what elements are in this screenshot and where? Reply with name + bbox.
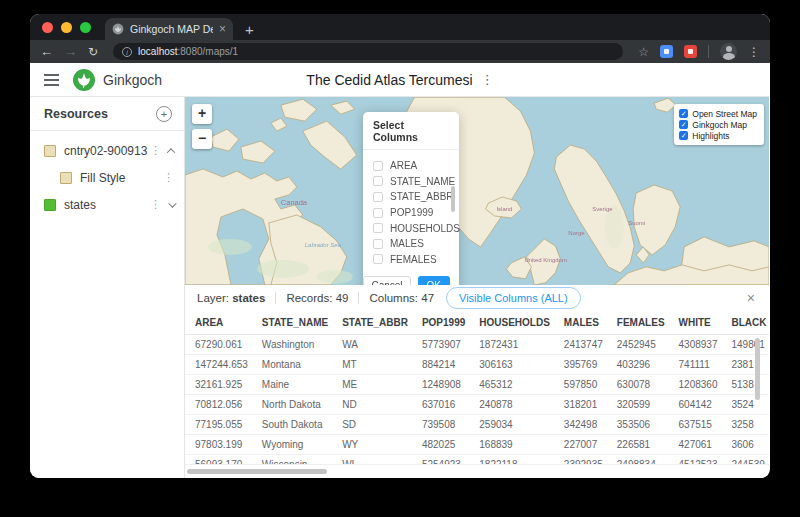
column-option-label: STATE_NAME (390, 176, 455, 187)
table-cell: 67290.061 (185, 334, 259, 354)
table-cell: 3606 (729, 434, 770, 454)
column-option[interactable]: STATE_ABBR (373, 189, 449, 205)
table-cell: 403296 (614, 354, 676, 374)
browser-window: Ginkgoch MAP Demo × + ← → ↻ i localhost:… (30, 14, 770, 478)
item-menu-icon[interactable]: ⋮ (150, 199, 161, 210)
app-body: Resources + cntry02-900913⋮Fill Style⋮st… (30, 97, 770, 478)
tab-close-icon[interactable]: × (219, 23, 226, 35)
window-zoom-button[interactable] (80, 22, 91, 33)
table-cell: 5254923 (419, 454, 476, 465)
table-cell: 597850 (561, 374, 614, 394)
browser-menu-icon[interactable]: ⋮ (748, 46, 760, 58)
checkbox-unchecked-icon[interactable] (373, 254, 383, 264)
column-option[interactable]: MALES (373, 236, 449, 252)
address-bar[interactable]: i localhost:8080/maps/1 (113, 43, 623, 60)
back-icon[interactable]: ← (40, 45, 53, 58)
layer-label: Highlights (692, 131, 729, 141)
extension-icon-blue[interactable] (660, 45, 673, 58)
map-canvas[interactable]: CanadaIslandNorgeSverigeSuomiUnited King… (185, 97, 769, 285)
horizontal-scrollbar[interactable] (187, 469, 755, 475)
table-cell: 318201 (561, 394, 614, 414)
table-scroll-area[interactable]: AREASTATE_NAMESTATE_ABBRPOP1999HOUSEHOLD… (185, 311, 769, 465)
chevron-up-icon[interactable] (167, 148, 175, 156)
table-cell: 2413747 (561, 334, 614, 354)
browser-tab-strip: Ginkgoch MAP Demo × + (30, 14, 770, 40)
extension-icon-red[interactable] (684, 45, 697, 58)
profile-avatar[interactable] (720, 43, 737, 60)
item-menu-icon[interactable]: ⋮ (163, 172, 174, 183)
checkbox-unchecked-icon[interactable] (373, 192, 383, 202)
site-info-icon[interactable]: i (122, 47, 132, 57)
checkbox-unchecked-icon[interactable] (373, 208, 383, 218)
reload-icon[interactable]: ↻ (88, 46, 98, 58)
checkbox-unchecked-icon[interactable] (373, 239, 383, 249)
table-cell: 3258 (729, 414, 770, 434)
new-tab-button[interactable]: + (245, 22, 254, 37)
hamburger-menu-icon[interactable] (44, 79, 59, 81)
checkbox-unchecked-icon[interactable] (373, 176, 383, 186)
zoom-out-button[interactable]: − (192, 129, 212, 149)
zoom-in-button[interactable]: + (192, 104, 212, 124)
layer-label: Open Street Map (692, 109, 757, 119)
map-label: Norge (568, 230, 585, 236)
ok-button[interactable]: OK (418, 276, 450, 285)
table-cell: SD (339, 414, 419, 434)
chevron-down-icon[interactable] (168, 199, 176, 207)
table-cell: 97803.199 (185, 434, 259, 454)
table-row[interactable]: 67290.061WashingtonWA5773907187243124137… (185, 334, 769, 354)
window-minimize-button[interactable] (61, 22, 72, 33)
column-option[interactable]: HOUSEHOLDS (373, 220, 449, 236)
browser-tab[interactable]: Ginkgoch MAP Demo × (105, 18, 233, 40)
bookmark-star-icon[interactable]: ☆ (638, 45, 649, 59)
map-label: Sverige (592, 206, 613, 212)
checkbox-checked-icon[interactable]: ✓ (679, 109, 688, 118)
horizontal-scrollbar-thumb[interactable] (187, 469, 327, 474)
table-cell: 5773907 (419, 334, 476, 354)
column-option[interactable]: STATE_NAME (373, 174, 449, 190)
column-option[interactable]: FEMALES (373, 252, 449, 268)
table-cell: 70812.056 (185, 394, 259, 414)
dialog-title: Select Columns (363, 112, 459, 150)
column-option-list: AREASTATE_NAMESTATE_ABBRPOP1999HOUSEHOLD… (363, 150, 459, 269)
resource-item[interactable]: states⋮ (30, 191, 184, 218)
table-cell: 306163 (476, 354, 561, 374)
cancel-button[interactable]: Cancel (363, 276, 410, 285)
layer-toggle[interactable]: ✓Ginkgoch Map (679, 119, 757, 130)
table-cell: 149801 (729, 334, 770, 354)
tab-title: Ginkgoch MAP Demo (130, 23, 213, 35)
table-row[interactable]: 32161.925MaineME124890846531259785063007… (185, 374, 769, 394)
resource-item[interactable]: cntry02-900913⋮ (30, 137, 184, 164)
table-row[interactable]: 97803.199WyomingWY4820251688392270072265… (185, 434, 769, 454)
browser-toolbar: ← → ↻ i localhost:8080/maps/1 ☆ ⋮ (30, 40, 770, 63)
visible-columns-button[interactable]: Visible Columns (ALL) (446, 287, 581, 309)
window-close-button[interactable] (42, 22, 53, 33)
checkbox-unchecked-icon[interactable] (373, 223, 383, 233)
title-menu-icon[interactable]: ⋮ (481, 73, 494, 86)
layer-toggle[interactable]: ✓Open Street Map (679, 108, 757, 119)
checkbox-checked-icon[interactable]: ✓ (679, 120, 688, 129)
table-cell: 227007 (561, 434, 614, 454)
add-resource-button[interactable]: + (156, 106, 172, 122)
table-row[interactable]: 70812.056North DakotaND63701624087831820… (185, 394, 769, 414)
checkbox-checked-icon[interactable]: ✓ (679, 131, 688, 140)
vertical-scrollbar-thumb[interactable] (755, 338, 760, 400)
column-option-label: HOUSEHOLDS (390, 223, 460, 234)
traffic-lights (30, 14, 105, 40)
dialog-scrollbar[interactable] (451, 186, 455, 212)
close-table-icon[interactable]: × (747, 291, 755, 305)
table-row[interactable]: 147244.653MontanaMT884214306163395769403… (185, 354, 769, 374)
column-option-label: FEMALES (390, 254, 437, 265)
resource-item[interactable]: Fill Style⋮ (30, 164, 184, 191)
layer-toggle[interactable]: ✓Highlights (679, 130, 757, 141)
sidebar-divider (30, 130, 184, 131)
column-option[interactable]: AREA (373, 158, 449, 174)
table-row[interactable]: 56093.170WisconsinWI52549231822118239293… (185, 454, 769, 465)
info-divider (275, 292, 276, 304)
item-menu-icon[interactable]: ⋮ (150, 145, 161, 156)
table-row[interactable]: 77195.055South DakotaSD73950825903434249… (185, 414, 769, 434)
forward-icon[interactable]: → (64, 45, 77, 58)
checkbox-unchecked-icon[interactable] (373, 161, 383, 171)
map-label: Canada (281, 198, 308, 207)
column-option[interactable]: POP1999 (373, 205, 449, 221)
info-divider (358, 292, 359, 304)
